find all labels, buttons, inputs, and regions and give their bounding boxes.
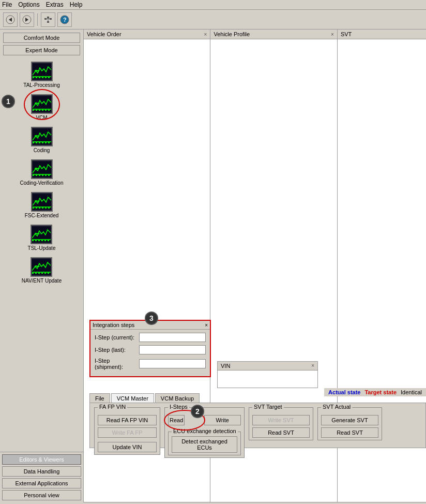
svg-rect-7	[47, 21, 49, 23]
svg-rect-26	[32, 272, 51, 273]
istep-current-input[interactable]	[139, 333, 206, 342]
i-steps-group-label: I-Steps	[168, 404, 189, 410]
sidebar-top: Comfort Mode Expert Mode	[0, 29, 83, 58]
nav-ent-update-label: NAV/ENT Update	[22, 278, 62, 284]
read-svt-target-button[interactable]: Read SVT	[252, 427, 310, 438]
i-steps-read-button[interactable]: Read	[168, 415, 185, 425]
vehicle-order-close[interactable]: ×	[204, 32, 207, 37]
tab-file[interactable]: File	[89, 393, 110, 404]
external-applications-button[interactable]: External Applications	[2, 478, 81, 488]
vin-panel: VIN ×	[217, 361, 318, 388]
menu-bar: File Options Extras Help	[0, 0, 426, 10]
svt-actual-group: SVT Actual Generate SVT Read SVT	[317, 407, 382, 440]
ecu-exchange-label: ECU exchange detection	[172, 428, 238, 434]
fa-fp-vin-group: FA FP VIN Read FA FP VIN Write FA FP Upd…	[94, 407, 160, 455]
state-bar: Actual state Target state Identical	[324, 388, 426, 396]
target-state-label: Target state	[364, 389, 397, 395]
update-vin-button[interactable]: Update VIN	[98, 442, 157, 452]
istep-shipment-label: I-Step (shipment):	[95, 358, 139, 370]
forward-button[interactable]	[20, 12, 34, 27]
coding-icon	[31, 127, 53, 146]
toolbar-separator	[37, 13, 38, 26]
fsc-extended-label: FSC-Extended	[25, 213, 59, 218]
istep-shipment-input[interactable]	[139, 359, 206, 368]
integration-steps-body: I-Step (current): I-Step (last): I-Step …	[90, 330, 210, 376]
istep-last-label: I-Step (last):	[95, 347, 139, 353]
tsl-update-icon	[31, 225, 52, 244]
identical-label: Identical	[401, 389, 422, 395]
vehicle-profile-title: Vehicle Profile	[214, 31, 250, 37]
vcm-label: VCM	[36, 115, 47, 121]
tal-processing-label: TAL-Processing	[23, 82, 59, 88]
svg-rect-20	[33, 174, 51, 175]
write-fa-fp-button[interactable]: Write FA FP	[98, 427, 157, 438]
i-steps-write-button[interactable]: Write	[204, 415, 241, 425]
read-fa-fp-vin-button[interactable]: Read FA FP VIN	[98, 415, 157, 425]
svg-rect-24	[32, 239, 51, 240]
back-button[interactable]	[3, 12, 18, 27]
expert-mode-button[interactable]: Expert Mode	[3, 45, 80, 55]
read-svt-actual-button[interactable]: Read SVT	[321, 427, 378, 438]
menu-extras[interactable]: Extras	[46, 1, 64, 8]
svg-rect-22	[33, 206, 51, 207]
istep-last-row: I-Step (last):	[95, 345, 206, 354]
integration-steps-panel: Integration steps × I-Step (current): I-…	[89, 320, 211, 377]
comfort-mode-button[interactable]: Comfort Mode	[3, 33, 80, 43]
sidebar-items: TAL-Processing VCM	[0, 58, 83, 452]
svg-rect-16	[33, 109, 51, 110]
write-svt-button[interactable]: Write SVT	[252, 415, 310, 425]
vin-header: VIN ×	[218, 362, 317, 370]
sidebar-item-vcm[interactable]: VCM	[30, 93, 54, 122]
svt-actual-label: SVT Actual	[321, 404, 352, 410]
sidebar-item-nav-ent-update[interactable]: NAV/ENT Update	[21, 256, 63, 285]
fsc-extended-icon	[31, 192, 53, 212]
nav-ent-update-icon	[31, 257, 52, 277]
read-btn-wrapper: Read 2	[168, 415, 202, 425]
istep-current-label: I-Step (current):	[95, 334, 139, 340]
tal-processing-icon	[31, 62, 53, 81]
vin-close[interactable]: ×	[311, 363, 314, 369]
istep-last-input[interactable]	[139, 345, 206, 354]
menu-help[interactable]: Help	[70, 1, 83, 8]
tab-vcm-backup[interactable]: VCM Backup	[155, 393, 200, 404]
svt-header: SVT	[338, 29, 426, 39]
generate-svt-button[interactable]: Generate SVT	[321, 415, 378, 425]
tsl-update-label: TSL-Update	[28, 245, 56, 251]
vehicle-profile-close[interactable]: ×	[331, 32, 334, 37]
vin-title: VIN	[221, 363, 230, 369]
editors-viewers-button[interactable]: Editors & Viewers	[2, 454, 81, 465]
data-handling-button[interactable]: Data Handling	[2, 466, 81, 477]
sidebar-item-fsc-extended[interactable]: FSC-Extended	[24, 191, 60, 219]
personal-view-button[interactable]: Personal view	[2, 490, 81, 500]
sidebar-item-tal-processing[interactable]: TAL-Processing	[22, 61, 60, 89]
integration-steps-close[interactable]: ×	[205, 322, 208, 328]
menu-options[interactable]: Options	[18, 1, 39, 8]
step-badge-1: 1	[2, 95, 15, 108]
svg-text:?: ?	[63, 17, 67, 23]
vehicle-order-header: Vehicle Order ×	[84, 29, 210, 39]
detect-exchanged-ecus-button[interactable]: Detect exchanged ECUs	[172, 436, 237, 453]
vcm-icon	[31, 94, 53, 114]
istep-current-row: I-Step (current):	[95, 333, 206, 342]
fa-fp-vin-label: FA FP VIN	[98, 404, 127, 410]
menu-file[interactable]: File	[2, 1, 12, 8]
svt-title: SVT	[341, 31, 352, 37]
sidebar-bottom: Editors & Viewers Data Handling External…	[0, 452, 83, 502]
help-button[interactable]: ?	[57, 12, 72, 27]
toolbar: ?	[0, 10, 426, 29]
i-steps-buttons: Read 2 Write	[168, 415, 241, 425]
integration-steps-title: Integration steps	[93, 322, 134, 328]
svg-rect-14	[33, 76, 51, 77]
svg-rect-18	[33, 141, 51, 142]
tabs-row: File VCM Master VCM Backup	[89, 393, 201, 404]
svt-target-label: SVT Target	[252, 404, 284, 410]
tab-vcm-master[interactable]: VCM Master	[111, 393, 154, 404]
sidebar-item-coding[interactable]: Coding	[30, 126, 54, 154]
sidebar-item-coding-verification[interactable]: Coding-Verification	[19, 158, 65, 187]
step-badge-2: 2	[191, 405, 204, 418]
network-button[interactable]	[41, 12, 55, 27]
vehicle-profile-header: Vehicle Profile ×	[210, 29, 337, 39]
step-badge-3: 3	[145, 312, 158, 325]
sidebar-item-tsl-update[interactable]: TSL-Update	[27, 224, 57, 252]
bottom-main-content: FA FP VIN Read FA FP VIN Write FA FP Upd…	[89, 403, 426, 448]
